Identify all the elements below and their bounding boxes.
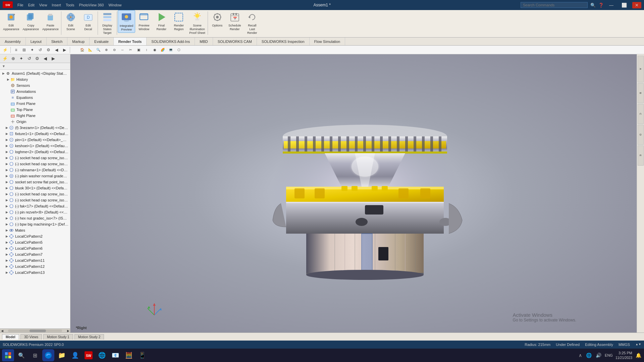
tree-item-local-cir6[interactable]: ▶ LocalCirPattern6 bbox=[0, 245, 70, 251]
panel-tb-btn3[interactable]: ✦ bbox=[17, 55, 25, 62]
tb2-view-btn3[interactable]: 🔍 bbox=[95, 46, 102, 54]
taskbar-edge-btn[interactable] bbox=[42, 349, 54, 361]
menu-view[interactable]: View bbox=[37, 2, 49, 8]
tree-item-keshoei1[interactable]: ▶ keshoei<1> (Default) <<Default>_Displa… bbox=[0, 143, 70, 149]
tb2-arrow-left-btn[interactable]: ◀ bbox=[53, 46, 60, 54]
tab-mbd[interactable]: MBD bbox=[195, 38, 213, 45]
bottom-tab-motion-study-2[interactable]: Motion Study 2 bbox=[74, 334, 104, 340]
panel-tb-btn1[interactable]: ⚡ bbox=[1, 55, 9, 62]
tree-expand-equations[interactable] bbox=[6, 96, 10, 100]
tree-expand-hex-nut[interactable]: ▶ bbox=[5, 216, 9, 220]
maximize-button[interactable]: ⬜ bbox=[619, 2, 630, 8]
tree-item-local-cir13[interactable]: ▶ LocalCirPattern13 bbox=[0, 269, 70, 276]
tree-expand-keshoei1[interactable]: ▶ bbox=[5, 144, 9, 148]
tree-item-plain-washer[interactable]: ▶ (-) plain washer normal grade_c_iso<1>… bbox=[0, 173, 70, 179]
taskbar-task-view[interactable]: ⊞ bbox=[29, 349, 41, 361]
tree-item-history[interactable]: ▶ 📁 History bbox=[0, 76, 70, 82]
tb2-view-btn12[interactable]: 💻 bbox=[167, 46, 174, 54]
tb2-view-btn2[interactable]: 📐 bbox=[87, 46, 94, 54]
tree-expand-top-plane[interactable] bbox=[6, 108, 10, 112]
integrated-preview-button[interactable]: IntegratedPreview bbox=[118, 10, 136, 33]
scene-illumination-button[interactable]: SceneIlluminationProof Sheet bbox=[187, 10, 207, 36]
tree-expand-socket1[interactable]: ▶ bbox=[5, 156, 9, 160]
rs-btn4[interactable]: D bbox=[638, 125, 644, 145]
scroll-right-btn[interactable]: ▶ bbox=[66, 327, 70, 333]
tree-item-socket2[interactable]: ▶ (-) socket head cap screw_iso<2> (ISO … bbox=[0, 161, 70, 167]
tab-solidworks-addins[interactable]: SOLIDWORKS Add-Ins bbox=[147, 38, 195, 45]
tb2-view-btn11[interactable]: 🌈 bbox=[159, 46, 166, 54]
display-states-button[interactable]: DisplayStatesTarget bbox=[99, 10, 116, 36]
tree-item-mates[interactable]: ▶ Mates bbox=[0, 227, 70, 233]
tree-item-local-cir7[interactable]: ▶ LocalCirPattern7 bbox=[0, 251, 70, 257]
rs-btn1[interactable]: A bbox=[638, 56, 644, 82]
tree-expand-local-cir12[interactable]: ▶ bbox=[5, 264, 9, 268]
schedule-render-button[interactable]: 📅 ScheduleRender bbox=[226, 10, 244, 33]
tree-expand-socket2[interactable]: ▶ bbox=[5, 162, 9, 166]
tree-expand-fixture1[interactable]: ▶ bbox=[5, 132, 9, 136]
menu-tools[interactable]: Tools bbox=[64, 2, 76, 8]
tree-expand-origin[interactable] bbox=[6, 120, 10, 124]
tree-expand-annotations[interactable] bbox=[6, 89, 10, 94]
tb2-arrow-right-btn[interactable]: ▶ bbox=[61, 46, 68, 54]
tree-expand-local-cir6[interactable]: ▶ bbox=[5, 246, 9, 250]
taskbar-notification[interactable]: 🔔 bbox=[635, 352, 642, 359]
tree-item-socket1[interactable]: ▶ (-) socket head cap screw_iso<1> (ISO … bbox=[0, 155, 70, 161]
tb2-view-btn8[interactable]: ▣ bbox=[135, 46, 142, 54]
tree-expand-pin-rezveh8[interactable]: ▶ bbox=[5, 210, 9, 214]
tree-expand-rahnama[interactable]: ▶ bbox=[5, 168, 9, 172]
panel-tb-btn4[interactable]: ↺ bbox=[25, 55, 33, 62]
tree-expand-local-cir7[interactable]: ▶ bbox=[5, 252, 9, 256]
tree-item-pin-rezveh8[interactable]: ▶ (-) pin rezveh<8> (Default) <<Default>… bbox=[0, 209, 70, 215]
tb2-grid-btn[interactable]: ⊞ bbox=[20, 46, 28, 54]
options-button[interactable]: Options bbox=[209, 10, 226, 33]
tree-expand-history[interactable]: ▶ bbox=[6, 77, 10, 81]
tree-expand-sensors[interactable] bbox=[6, 83, 10, 87]
panel-scroll[interactable]: ◀ ▶ bbox=[0, 328, 70, 333]
render-region-button[interactable]: RenderRegion bbox=[170, 10, 187, 33]
edit-decal-button[interactable]: D EditDecal bbox=[79, 10, 97, 33]
tb2-view-btn10[interactable]: ◉ bbox=[151, 46, 158, 54]
taskbar-app-btn[interactable]: 📱 bbox=[136, 349, 148, 361]
tree-item-socket12[interactable]: ▶ (-) socket head cap screw_iso<12> (ISO… bbox=[0, 191, 70, 197]
tree-item-local-cir11[interactable]: ▶ LocalCirPattern11 bbox=[0, 257, 70, 263]
viewport[interactable]: *Right Activate Windows Go to Settings t… bbox=[70, 54, 637, 333]
bottom-tab-motion-study-1[interactable]: Motion Study 1 bbox=[43, 334, 73, 340]
tree-expand-local-cir5[interactable]: ▶ bbox=[5, 240, 9, 244]
search-input[interactable] bbox=[521, 2, 588, 8]
menu-photoview[interactable]: PhotoView 360 bbox=[77, 2, 106, 8]
tree-expand-plain-washer[interactable]: ▶ bbox=[5, 174, 9, 178]
tree-expand-local-cir2[interactable]: ▶ bbox=[5, 234, 9, 238]
bottom-tab-3d-views[interactable]: 3D Views bbox=[20, 334, 42, 340]
tree-item-loghme2[interactable]: ▶ loghme<2> (Default) <<Default>_Display bbox=[0, 149, 70, 155]
tree-item-socket13[interactable]: ▶ (-) socket head cap screw_iso<13> (ISO… bbox=[0, 197, 70, 203]
tree-item-3nezam[interactable]: ▶ (f) 3nezam<1> (Default) <<Default>_Dis… bbox=[0, 125, 70, 131]
tree-expand-socket-flat[interactable]: ▶ bbox=[5, 180, 9, 184]
tb2-view-btn4[interactable]: ⊕ bbox=[103, 46, 110, 54]
panel-tb-btn5[interactable]: ⚙ bbox=[34, 55, 41, 62]
tab-sketch[interactable]: Sketch bbox=[47, 38, 68, 45]
tree-expand-front-plane[interactable] bbox=[6, 102, 10, 106]
tree-item-local-cir5[interactable]: ▶ LocalCirPattern5 bbox=[0, 239, 70, 245]
menu-edit[interactable]: Edit bbox=[26, 2, 37, 8]
menu-file[interactable]: File bbox=[15, 2, 25, 8]
tree-item-front-plane[interactable]: Front Plane bbox=[0, 101, 70, 107]
taskbar-person[interactable]: 👤 bbox=[69, 349, 81, 361]
tree-item-pin1[interactable]: ▶ pin<1> (Default) <<Default>_Display St… bbox=[0, 137, 70, 143]
taskbar-start-btn[interactable] bbox=[2, 349, 14, 361]
tree-item-local-cir12[interactable]: ▶ LocalCirPattern12 bbox=[0, 263, 70, 269]
help-icon[interactable]: ❓ bbox=[598, 3, 604, 8]
sys-icon-up-arrow[interactable]: ∧ bbox=[578, 352, 583, 359]
taskbar-email-btn[interactable]: 📧 bbox=[109, 349, 121, 361]
tree-expand-loghme2[interactable]: ▶ bbox=[5, 150, 9, 154]
tree-expand-socket13[interactable]: ▶ bbox=[5, 198, 9, 202]
tab-flow-simulation[interactable]: Flow Simulation bbox=[310, 38, 345, 45]
tb2-view-btn9[interactable]: ↕ bbox=[143, 46, 150, 54]
tb2-refresh-btn[interactable]: ↺ bbox=[37, 46, 44, 54]
tab-render-tools[interactable]: Render Tools bbox=[114, 38, 147, 45]
taskbar-sw-btn[interactable]: SW bbox=[83, 349, 95, 361]
sys-icon-volume[interactable]: 🔊 bbox=[595, 352, 602, 359]
tree-item-origin[interactable]: Origin bbox=[0, 119, 70, 125]
recall-last-render-button[interactable]: RecallLastRender bbox=[244, 10, 261, 36]
tb2-view-btn1[interactable]: 🏠 bbox=[78, 46, 86, 54]
minimize-button[interactable]: — bbox=[606, 2, 616, 8]
